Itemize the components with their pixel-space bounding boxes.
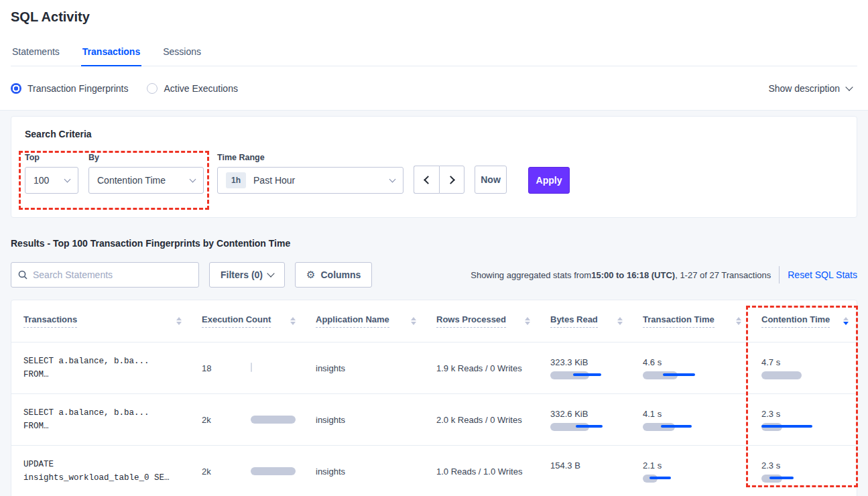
by-select[interactable]: Contention Time [88,167,204,194]
column-header-rows-processed[interactable]: Rows Processed [424,314,538,328]
apply-button[interactable]: Apply [528,167,570,194]
sql-line-2: FROM… [23,368,182,381]
chevron-down-icon [389,176,396,183]
top-group: Top 100 [25,153,78,194]
contention-time-cell: 2.3 s [749,460,857,482]
execution-count-bar [251,363,252,372]
contention-time-bar [761,371,802,379]
chevron-down-icon [190,176,196,183]
now-button[interactable]: Now [475,166,507,194]
filters-label: Filters (0) [221,269,263,280]
transaction-time-value: 2.1 s [643,460,741,471]
rows-processed-cell: 2.0 k Reads / 0 Writes [424,415,538,425]
transaction-fingerprint-link[interactable]: SELECT a.balance, b.ba... FROM… [11,406,190,433]
time-range-select[interactable]: 1h Past Hour [217,167,404,194]
search-criteria-title: Search Criteria [25,129,843,139]
stats-summary: Showing aggregated stats from 15:00 to 1… [471,270,771,280]
bytes-read-cell: 323.3 KiB [538,357,631,379]
radio-selected-icon [11,83,21,94]
columns-button[interactable]: ⚙ Columns [295,262,372,288]
sql-line-2: insights_workload_table_0 SE… [23,471,182,485]
search-icon [18,270,27,280]
execution-count-bar [251,467,296,475]
execution-count-cell: 2k [190,467,304,477]
by-select-value: Contention Time [97,175,166,186]
by-group: By Contention Time [88,153,204,194]
chevron-down-icon [845,83,853,90]
sql-line-1: SELECT a.balance, b.ba... [23,406,182,420]
table-row: SELECT a.balance, b.ba... FROM… 2k insig… [11,393,857,445]
chevron-left-icon [424,176,432,184]
column-header-contention-time[interactable]: Contention Time [749,314,857,328]
contention-time-line [769,477,794,479]
sort-icon [176,317,182,325]
sql-line-1: UPDATE [23,458,182,471]
transaction-time-cell: 2.1 s [631,460,749,482]
search-statements-input[interactable] [33,269,192,280]
bytes-read-cell: 332.6 KiB [538,409,631,430]
sql-line-2: FROM… [23,420,182,433]
rows-processed-cell: 1.0 Reads / 1.0 Writes [424,467,538,477]
filters-button[interactable]: Filters (0) [209,262,285,288]
time-step-buttons [414,166,464,194]
tab-sessions[interactable]: Sessions [162,42,202,66]
show-description-toggle[interactable]: Show description [768,83,852,94]
transaction-fingerprint-link[interactable]: SELECT a.balance, b.ba... FROM… [11,355,190,381]
bytes-read-value: 154.3 B [550,460,623,471]
radio-unselected-icon [147,83,158,94]
time-back-button[interactable] [414,166,439,194]
rows-processed-cell: 1.9 k Reads / 0 Writes [424,363,538,373]
column-header-application-name[interactable]: Application Name [304,314,424,328]
chevron-down-icon [267,269,274,277]
transaction-time-value: 4.1 s [643,409,741,419]
columns-label: Columns [320,269,361,280]
stats-suffix: , 1-27 of 27 Transactions [675,270,771,280]
page-title: SQL Activity [11,9,857,25]
radio-transaction-fingerprints[interactable]: Transaction Fingerprints [11,83,128,94]
by-label: By [88,153,204,162]
chevron-down-icon [64,176,71,183]
sort-icon [411,317,416,325]
radio-active-executions[interactable]: Active Executions [147,83,238,94]
sort-icon [617,317,623,325]
table-row: UPDATE insights_workload_table_0 SE… 2k … [11,445,857,496]
transaction-fingerprint-link[interactable]: UPDATE insights_workload_table_0 SE… [11,458,190,485]
column-header-bytes-read[interactable]: Bytes Read [538,314,631,328]
sort-icon [525,317,530,325]
column-header-transaction-time[interactable]: Transaction Time [631,314,749,328]
contention-time-value: 2.3 s [761,460,857,471]
content-area: Search Criteria Top 100 By Contention Ti… [0,111,868,496]
application-name-cell: insights [304,363,424,373]
bytes-read-line [576,425,603,428]
application-name-cell: insights [304,467,424,477]
transaction-time-line [661,425,692,428]
search-criteria-controls: Top 100 By Contention Time Time Range 1h… [25,153,843,194]
tab-statements[interactable]: Statements [11,42,61,66]
results-controls: Filters (0) ⚙ Columns Showing aggregated… [11,262,857,288]
transaction-time-cell: 4.6 s [631,357,749,379]
contention-time-cell: 4.7 s [749,357,857,379]
time-forward-button[interactable] [439,166,464,194]
chevron-right-icon [446,176,455,184]
contention-time-value: 2.3 s [761,409,857,419]
results-title: Results - Top 100 Transaction Fingerprin… [11,238,857,249]
tab-transactions[interactable]: Transactions [81,42,141,66]
column-header-transactions[interactable]: Transactions [11,314,190,328]
top-select[interactable]: 100 [25,167,78,194]
column-header-execution-count[interactable]: Execution Count [190,314,304,328]
stats-range: 15:00 to 16:18 (UTC) [591,270,675,280]
bytes-read-line [573,373,601,376]
gear-icon: ⚙ [306,269,315,281]
table-row: SELECT a.balance, b.ba... FROM… 18 insig… [11,342,857,393]
search-statements-box [11,262,199,288]
bytes-read-cell: 154.3 B [538,460,631,482]
tab-bar: Statements Transactions Sessions [11,42,857,66]
page-header: SQL Activity Statements Transactions Ses… [0,0,868,66]
reset-sql-stats-link[interactable]: Reset SQL Stats [788,269,857,280]
radio-label: Active Executions [164,83,238,94]
time-range-label: Time Range [217,153,404,162]
divider [779,266,780,284]
execution-count-bar [251,416,296,424]
view-toggle-row: Transaction Fingerprints Active Executio… [0,66,868,111]
contention-time-value: 4.7 s [761,357,857,367]
